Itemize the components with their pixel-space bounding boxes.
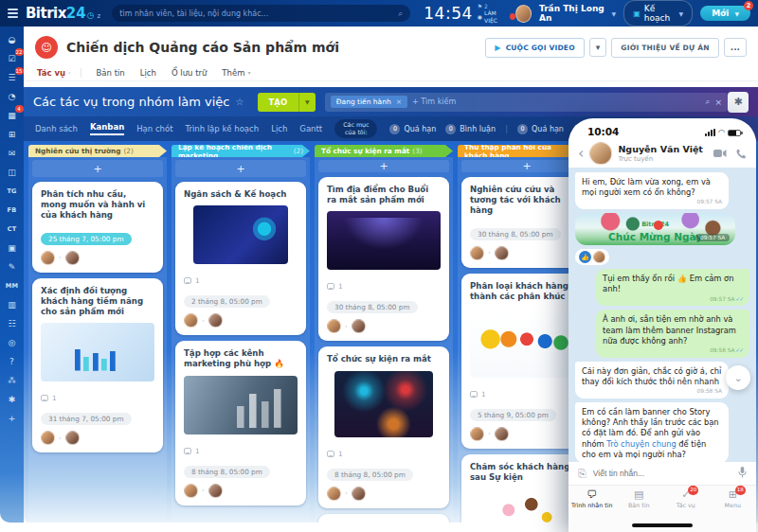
view-tab-danh-sách[interactable]: Danh sách (35, 124, 78, 133)
tab-thêm[interactable]: Thêm▾ (222, 68, 250, 78)
responsible-avatar[interactable] (208, 484, 223, 498)
nav-tasks[interactable]: ✓20Tác vụ (662, 489, 710, 508)
create-dropdown-icon[interactable]: ▼ (298, 93, 316, 112)
task-card[interactable]: Ngân sách & Kế hoạch12 tháng 8, 05:00 pm… (175, 182, 306, 335)
hamburger-menu-icon[interactable] (8, 9, 18, 18)
global-search-input[interactable]: tìm nhân viên, tài liệu, nội dung khác..… (112, 5, 410, 22)
sidebar-drive-icon[interactable]: ◫ (3, 163, 22, 181)
sidebar-contact-center[interactable]: CT (3, 220, 22, 238)
responsible-avatar[interactable] (65, 251, 80, 265)
view-tab-gantt[interactable]: Gantt (299, 124, 322, 133)
sidebar-docs-icon[interactable]: ☷ (3, 314, 22, 332)
incoming-message[interactable]: Cái này đơn giản, chắc có giờ á, chỉ tha… (575, 362, 729, 399)
creator-avatar[interactable] (470, 427, 484, 441)
sidebar-mm-channel[interactable]: MM (3, 276, 22, 294)
board-settings-button[interactable]: ✱ (728, 92, 749, 113)
view-tab-trình-lập-kế-hoạch[interactable]: Trình lập kế hoạch (185, 124, 259, 133)
counter-2[interactable]: 0Quá hạn (517, 124, 564, 134)
sidebar-add-icon[interactable]: + (3, 409, 22, 427)
nav-messenger[interactable]: 🗩Trình nhắn tin (568, 489, 616, 508)
add-card-button[interactable]: + (175, 160, 306, 177)
task-card[interactable]: Tổ chức sự kiện ra mắt18 tháng 8, 05:00 … (318, 346, 449, 507)
new-button[interactable]: Mới▼ 2 (700, 6, 750, 21)
video-call-icon[interactable] (713, 149, 727, 158)
task-card[interactable]: Phân tích nhu cầu, mong muốn và hành vi … (32, 182, 163, 273)
search-icon[interactable]: ⌕ (705, 97, 710, 107)
bitrix24-logo[interactable]: Bitrix24 ◷ z (26, 5, 100, 22)
responsible-avatar[interactable] (208, 313, 223, 328)
greeting-card-message[interactable]: Bitrix24Chúc Mừng NgàyGia đình Việt Nam0… (575, 213, 735, 245)
responsible-avatar[interactable] (65, 431, 80, 445)
sidebar-settings-icon[interactable]: ✱ (3, 390, 22, 408)
sidebar-network-icon[interactable]: ⁂ (3, 371, 22, 389)
tab-lịch[interactable]: Lịch (140, 68, 156, 78)
attach-icon[interactable]: ⎘ (578, 468, 587, 480)
clear-search-icon[interactable]: × (714, 98, 722, 107)
more-button[interactable]: ... (724, 38, 747, 57)
counter-0[interactable]: 0Quá hạn (389, 124, 436, 134)
creator-avatar[interactable] (327, 487, 341, 501)
sidebar-shop-icon[interactable]: ⊞ (3, 125, 22, 143)
creator-avatar[interactable] (327, 319, 341, 333)
sidebar-edit-icon[interactable]: ✎ (3, 257, 22, 275)
workgroup-avatar[interactable]: ☺ (35, 36, 58, 59)
column-header[interactable]: Tổ chức sự kiện ra mắt(3) (315, 145, 453, 157)
responsible-avatar[interactable] (352, 487, 366, 501)
add-card-button[interactable]: + (318, 160, 449, 172)
sidebar-camera-icon[interactable]: ▣ (3, 239, 22, 257)
incoming-message[interactable]: Em có cần làm banner cho Story không? An… (575, 402, 729, 462)
message-reaction[interactable]: 👍 (575, 249, 609, 265)
responsible-avatar[interactable] (495, 246, 509, 260)
creator-avatar[interactable] (184, 313, 198, 328)
sidebar-target-icon[interactable]: ◎ (3, 333, 22, 351)
filter-tag[interactable]: Đang tiến hành× (331, 96, 407, 108)
task-card[interactable]: Tập hợp các kênh marketing phù hợp 🔥18 t… (175, 341, 306, 505)
video-call-dropdown[interactable]: ▾ (589, 38, 607, 57)
view-tab-hạn-chót[interactable]: Hạn chót (136, 124, 172, 133)
back-icon[interactable]: ‹ (578, 146, 584, 161)
scroll-down-button[interactable]: ⌄ (726, 365, 750, 390)
creator-avatar[interactable] (41, 431, 55, 445)
nav-feed[interactable]: ▤Bản tin (616, 489, 663, 508)
phone-call-icon[interactable] (736, 149, 747, 159)
outgoing-message[interactable]: À anh ơi, sẵn tiện em nhờ anh và team là… (596, 310, 749, 357)
tab-bản-tin[interactable]: Bản tin (97, 68, 125, 78)
worktime-clock[interactable]: 14:54 (424, 4, 473, 23)
incoming-message[interactable]: Hi em, Đức làm vừa xong, em và mọi người… (575, 172, 729, 209)
creator-avatar[interactable] (41, 251, 55, 265)
message-input[interactable] (593, 469, 731, 478)
chat-group-link[interactable]: Trò chuyện chung (606, 439, 676, 449)
video-call-button[interactable]: ▶ CUỘC GỌI VIDEO (485, 38, 585, 58)
task-card[interactable]: Tài liệu marketing› (318, 514, 449, 523)
column-header[interactable]: Lập kế hoạch chiến dịch marketing(2) (171, 145, 310, 157)
column-header[interactable]: Nghiên cứu thị trường(2) (28, 145, 167, 157)
task-card[interactable]: Xác định đối tượng khách hàng tiềm năng … (32, 278, 163, 453)
sidebar-messenger-icon[interactable]: ◒ (3, 30, 22, 48)
outgoing-message[interactable]: Tụi em thấy ổn rồi 👍 Em cảm ơn anh!09:57… (596, 269, 749, 306)
plan-button[interactable]: ▣ Kế hoạch▼ (623, 0, 693, 27)
view-tab-lịch[interactable]: Lịch (271, 124, 287, 133)
favorite-star-icon[interactable]: ☆ (236, 97, 244, 107)
sidebar-mail-icon[interactable]: ✉ (3, 144, 22, 162)
sidebar-feed-icon[interactable]: ☰15 (3, 68, 22, 86)
project-intro-button[interactable]: GIỚI THIỆU VỀ DỰ ÁN (611, 38, 718, 58)
counter-1[interactable]: 0Bình luận (445, 124, 496, 134)
user-menu[interactable]: Trần Thị Long An▼ (539, 4, 616, 23)
creator-avatar[interactable] (184, 484, 198, 498)
tab-ổ-lưu-trữ[interactable]: Ổ lưu trữ (171, 68, 207, 78)
sidebar-tasks-icon[interactable]: ☑22 (3, 49, 22, 67)
task-filter-search[interactable]: Đang tiến hành× + Tìm kiếm ⌕ × (325, 93, 728, 112)
sidebar-crm-icon[interactable]: ▦4 (3, 106, 22, 124)
nav-menu[interactable]: ⊞18Menu (710, 489, 757, 508)
contact-avatar[interactable] (589, 142, 612, 165)
home-indicator[interactable] (568, 519, 756, 532)
sidebar-telegram-channel[interactable]: TG (3, 182, 22, 200)
sidebar-chart-icon[interactable]: ▥ (3, 295, 22, 313)
user-avatar[interactable] (515, 5, 532, 23)
sidebar-help-icon[interactable]: ? (3, 352, 22, 370)
creator-avatar[interactable] (470, 246, 484, 260)
work-status[interactable]: ⚑ 2 ◉ LÀM VIỆC (478, 3, 516, 24)
sidebar-time-icon[interactable]: ◔ (3, 87, 22, 105)
microphone-icon[interactable] (738, 467, 747, 481)
sidebar-facebook-channel[interactable]: FB (3, 201, 22, 219)
